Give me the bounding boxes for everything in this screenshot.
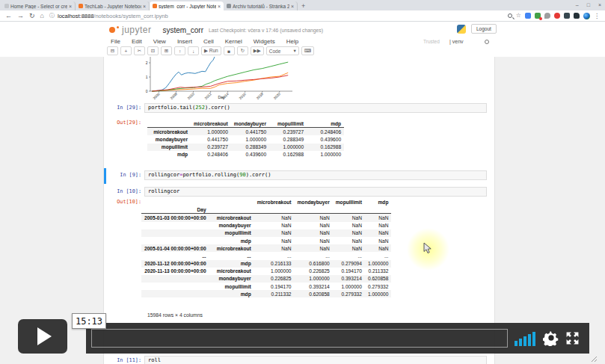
extension-badge bbox=[539, 17, 542, 20]
logout-button[interactable]: Logout bbox=[471, 24, 497, 34]
output-prompt: Out[10]: bbox=[104, 199, 141, 205]
cell-type-select[interactable]: Code ▾ bbox=[266, 46, 299, 55]
svg-text:2008: 2008 bbox=[170, 92, 178, 99]
fullscreen-icon[interactable] bbox=[565, 331, 580, 345]
volume-bars[interactable] bbox=[515, 332, 535, 346]
jupyter-favicon bbox=[79, 4, 83, 8]
volume-bar bbox=[519, 339, 522, 346]
browser-menu-icon[interactable]: ⋮ bbox=[594, 13, 600, 19]
tab-system-corr-active[interactable]: system_corr - Jupyter Notebook × bbox=[150, 1, 224, 10]
jupyter-header: jupyter system_corr Last Checkpoint: vče… bbox=[109, 23, 323, 37]
tab-title: Archiv tutoriálů - Stránka 2 - Te bbox=[233, 4, 289, 9]
svg-text:Day: Day bbox=[218, 95, 225, 99]
video-frame: Home Page - Select or create a × TechLab… bbox=[0, 0, 605, 364]
svg-text:2018: 2018 bbox=[256, 92, 264, 99]
tab-close-icon[interactable]: × bbox=[291, 4, 294, 9]
notebook-container: 01220062008201020122014201620182020Day I… bbox=[103, 57, 495, 364]
menu-item[interactable]: Help bbox=[286, 38, 298, 45]
extension-dark-icon[interactable] bbox=[564, 13, 570, 19]
jupyter-toolbar: ⊟+✂⊡⊞↑↓▶ Run■↻▶▶ Code ▾ ⌨ bbox=[107, 46, 314, 55]
search-icon[interactable] bbox=[508, 13, 512, 18]
window-controls: – □ × bbox=[576, 1, 601, 9]
reload-icon[interactable]: ↻ bbox=[29, 13, 35, 19]
tab-close-icon[interactable]: × bbox=[143, 4, 146, 9]
url-path: /notebooks/system_corr.ipynb bbox=[93, 13, 168, 19]
toolbar-button[interactable]: ▶ Run bbox=[201, 46, 221, 55]
volume-bar bbox=[528, 334, 531, 346]
menu-item[interactable]: View bbox=[153, 38, 166, 45]
jupyter-logo-icon[interactable]: jupyter bbox=[109, 25, 152, 35]
command-palette-button[interactable]: ⌨ bbox=[301, 46, 314, 55]
code-cell-in10[interactable]: rollingcor bbox=[144, 187, 487, 197]
correlation-table: microbreakoutmondaybuyermopulllimitmdpmi… bbox=[147, 120, 344, 158]
output-prompt: Out[29]: bbox=[104, 120, 141, 126]
seek-time-tooltip: 15:13 bbox=[72, 313, 106, 329]
menu-item[interactable]: Kernel bbox=[225, 38, 242, 45]
tab-title: Home Page - Select or create a bbox=[10, 4, 67, 9]
tab-home-page[interactable]: Home Page - Select or create a × bbox=[1, 1, 76, 10]
home-icon[interactable]: ⌂ bbox=[40, 13, 44, 19]
notebook-title[interactable]: system_corr bbox=[163, 26, 203, 34]
menu-item[interactable]: File bbox=[111, 38, 120, 45]
resize-handle[interactable] bbox=[591, 356, 598, 363]
svg-text:2: 2 bbox=[146, 61, 148, 65]
new-tab-button[interactable]: + bbox=[301, 1, 305, 10]
extension-shield-icon[interactable] bbox=[544, 13, 550, 19]
kernel-idle-icon bbox=[485, 40, 489, 44]
svg-text:1: 1 bbox=[146, 75, 148, 79]
site-info-icon[interactable]: ⓘ bbox=[49, 12, 55, 19]
minimize-icon[interactable]: – bbox=[576, 2, 579, 7]
settings-gear-icon[interactable] bbox=[543, 330, 559, 346]
svg-text:2012: 2012 bbox=[204, 92, 212, 99]
forward-icon[interactable]: → bbox=[17, 13, 24, 19]
seek-bar[interactable] bbox=[91, 329, 508, 348]
extensions-puzzle-icon[interactable] bbox=[574, 13, 580, 19]
svg-text:0: 0 bbox=[146, 89, 148, 93]
tab-techlab[interactable]: TechLab - Jupyter Notebook × bbox=[76, 1, 150, 10]
jupyter-favicon bbox=[153, 4, 157, 8]
volume-bar bbox=[523, 336, 526, 346]
volume-bar bbox=[532, 332, 535, 346]
toolbar-button[interactable]: ↓ bbox=[188, 46, 199, 55]
toolbar-button[interactable]: ↻ bbox=[237, 46, 248, 55]
menu-item[interactable]: Insert bbox=[177, 38, 192, 45]
python-kernel-logo-icon bbox=[457, 25, 466, 34]
checkpoint-status: Last Checkpoint: včera v 17:46 (unsaved … bbox=[209, 28, 323, 33]
toolbar-button[interactable]: ⊞ bbox=[161, 46, 172, 55]
toolbar-button[interactable]: ↑ bbox=[174, 46, 185, 55]
tab-archiv-tutorialu[interactable]: Archiv tutoriálů - Stránka 2 - Te × bbox=[224, 1, 298, 10]
menu-item[interactable]: Widgets bbox=[254, 38, 275, 45]
menu-item[interactable]: Edit bbox=[132, 38, 142, 45]
code-cell-in11[interactable]: roll bbox=[144, 356, 487, 364]
url-host: localhost:8888 bbox=[58, 13, 93, 19]
toolbar-button[interactable]: + bbox=[120, 46, 132, 55]
address-bar[interactable]: ⓘ localhost:8888/notebooks/system_corr.i… bbox=[49, 12, 503, 19]
input-prompt: In [9]: bbox=[104, 172, 141, 178]
close-icon[interactable]: × bbox=[598, 2, 601, 7]
browser-toolbar: ← → ↻ ⌂ ⓘ localhost:8888/notebooks/syste… bbox=[0, 10, 605, 22]
jupyter-logo-moon bbox=[117, 26, 119, 28]
extension-red-icon[interactable] bbox=[554, 13, 560, 19]
volume-bar bbox=[515, 341, 518, 346]
kernel-name: | venv bbox=[449, 39, 464, 44]
maximize-icon[interactable]: □ bbox=[587, 2, 590, 7]
trusted-badge: Trusted bbox=[423, 39, 440, 44]
bookmark-star-icon[interactable]: ☆ bbox=[516, 13, 521, 19]
toolbar-button[interactable]: ✂ bbox=[134, 46, 145, 55]
toolbar-button[interactable]: ▶▶ bbox=[251, 46, 264, 55]
menu-item[interactable]: Cell bbox=[203, 38, 214, 45]
toolbar-button[interactable]: ⊡ bbox=[147, 46, 159, 55]
play-button[interactable] bbox=[18, 319, 67, 354]
code-cell-in9[interactable]: rollingcor=portfolio.rolling(90).corr() bbox=[144, 170, 487, 180]
extension-blue-icon[interactable] bbox=[525, 13, 531, 19]
tab-close-icon[interactable]: × bbox=[218, 4, 221, 9]
chevron-down-icon: ▾ bbox=[293, 48, 295, 54]
tab-title: TechLab - Jupyter Notebook bbox=[85, 4, 141, 9]
toolbar-button[interactable]: ■ bbox=[224, 46, 235, 55]
tab-close-icon[interactable]: × bbox=[69, 4, 72, 9]
code-cell-in29[interactable]: portfolio.tail(252).corr() bbox=[144, 103, 487, 113]
toolbar-button[interactable]: ⊟ bbox=[107, 46, 118, 55]
profile-avatar[interactable] bbox=[583, 13, 590, 19]
back-icon[interactable]: ← bbox=[5, 13, 12, 19]
extension-green-icon[interactable] bbox=[535, 13, 541, 19]
